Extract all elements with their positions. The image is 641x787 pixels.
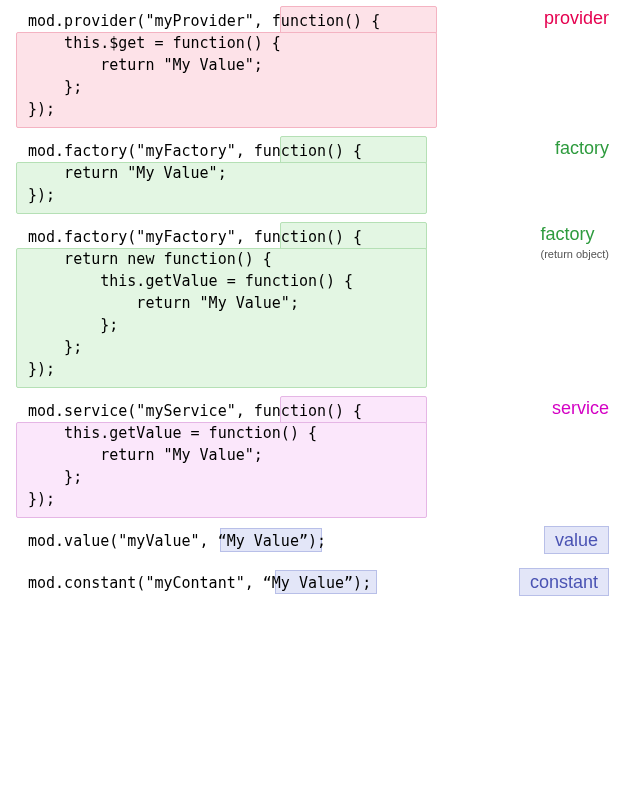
factory-label: factory <box>555 138 609 158</box>
service-code: mod.service("myService", function() { th… <box>28 400 641 510</box>
factory1-block: factory mod.factory("myFactory", functio… <box>0 130 641 216</box>
value-block: value mod.value("myValue", “My Value”); <box>0 520 641 562</box>
service-block: service mod.service("myService", functio… <box>0 390 641 520</box>
constant-block: constant mod.constant("myContant", “My V… <box>0 562 641 604</box>
constant-label: constant <box>519 568 609 596</box>
provider-block: provider mod.provider("myProvider", func… <box>0 0 641 130</box>
value-label: value <box>544 526 609 554</box>
factory2-label-text: factory <box>541 224 595 244</box>
service-label: service <box>552 398 609 418</box>
factory2-sub-label: (return object) <box>541 244 609 264</box>
provider-label: provider <box>544 8 609 28</box>
factory2-label: factory (return object) <box>541 224 609 264</box>
factory2-block: factory (return object) mod.factory("myF… <box>0 216 641 390</box>
factory1-code: mod.factory("myFactory", function() { re… <box>28 140 641 206</box>
